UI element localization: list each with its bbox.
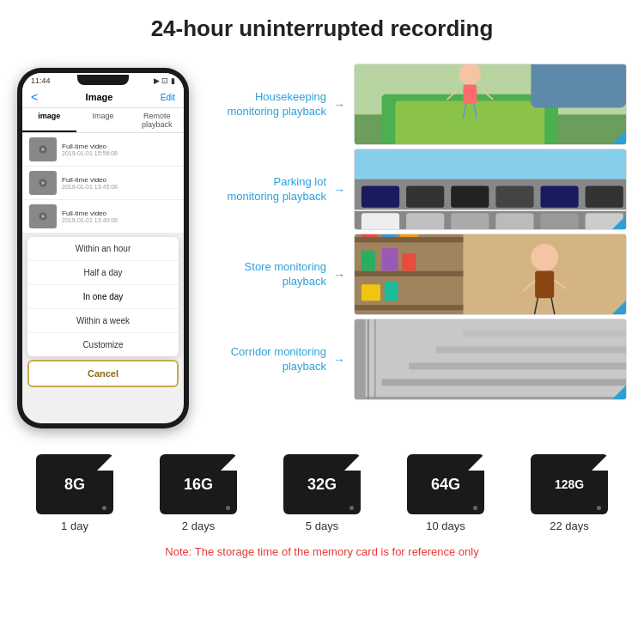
phone-time: 11:44 xyxy=(31,76,51,85)
list-item[interactable]: Full-time video 2019-01-01 15:56:08 xyxy=(22,133,184,167)
video-date-3: 2019-01-01 13:40:08 xyxy=(62,217,118,223)
svg-rect-44 xyxy=(385,282,398,301)
svg-rect-56 xyxy=(436,346,626,353)
svg-rect-21 xyxy=(451,186,489,208)
svg-rect-23 xyxy=(540,186,578,208)
storage-cards-container: 8G 1 day 16G 2 days 32G 5 days 64G xyxy=(13,454,631,532)
sd-card-label-8g: 8G xyxy=(64,476,85,494)
svg-rect-58 xyxy=(490,319,626,322)
svg-rect-42 xyxy=(402,253,416,271)
monitoring-image-store xyxy=(354,234,627,315)
svg-rect-39 xyxy=(399,234,418,237)
monitoring-section: Housekeepingmonitoring playback → xyxy=(206,59,627,400)
sd-card-16g: 16G xyxy=(160,454,237,514)
photo-corridor xyxy=(355,319,626,399)
page-title: 24-hour uninterrupted recording xyxy=(17,15,627,42)
svg-rect-19 xyxy=(361,186,399,208)
sd-card-label-64g: 64G xyxy=(431,476,460,494)
svg-rect-55 xyxy=(409,362,626,369)
phone-mockup: 11:44 ▶ ⊡ ▮ < Image Edit image Image Rem… xyxy=(17,68,189,428)
monitoring-item-parking: Parking lotmonitoring playback → xyxy=(206,149,627,230)
list-item[interactable]: Full-time video 2019-01-01 13:45:08 xyxy=(22,167,184,200)
svg-rect-25 xyxy=(361,213,399,229)
main-content: 11:44 ▶ ⊡ ▮ < Image Edit image Image Rem… xyxy=(0,51,644,437)
svg-rect-20 xyxy=(406,186,444,208)
svg-rect-12 xyxy=(463,85,477,104)
phone-icons: ▶ ⊡ ▮ xyxy=(154,76,175,85)
corner-indicator-parking xyxy=(612,216,626,229)
dropdown-item-half-day[interactable]: Half a day xyxy=(27,261,179,285)
list-item[interactable]: Full-time video 2019-01-01 13:40:08 xyxy=(22,200,184,234)
tab-remote-playback[interactable]: Remote playback xyxy=(130,108,184,132)
dropdown-item-customize[interactable]: Customize xyxy=(27,333,179,356)
phone-notch xyxy=(77,75,129,85)
corner-indicator-housekeeping xyxy=(612,131,626,144)
video-thumb-2 xyxy=(29,171,57,195)
arrow-icon-store: → xyxy=(333,268,347,282)
video-item-text-1: Full-time video 2019-01-01 15:56:08 xyxy=(62,143,118,156)
storage-card-32g: 32G 5 days xyxy=(283,454,361,532)
svg-rect-57 xyxy=(463,331,626,337)
monitoring-item-store: Store monitoringplayback → xyxy=(206,234,627,315)
cancel-button[interactable]: Cancel xyxy=(27,360,179,387)
monitoring-label-housekeeping: Housekeepingmonitoring playback xyxy=(206,90,326,119)
corner-indicator-store xyxy=(612,301,626,314)
svg-rect-43 xyxy=(361,284,380,301)
video-label-2: Full-time video xyxy=(62,176,118,184)
svg-rect-22 xyxy=(495,186,533,208)
storage-days-32g: 5 days xyxy=(306,519,338,532)
monitoring-label-store: Store monitoringplayback xyxy=(206,260,326,289)
nav-edit-button[interactable]: Edit xyxy=(161,93,175,102)
svg-rect-54 xyxy=(382,379,626,386)
svg-point-45 xyxy=(531,244,558,271)
storage-days-64g: 10 days xyxy=(426,519,465,532)
phone-list: Full-time video 2019-01-01 15:56:08 Full… xyxy=(22,133,184,234)
dropdown-item-within-week[interactable]: Within a week xyxy=(27,309,179,333)
sd-card-dot-8g xyxy=(102,506,106,510)
storage-days-128g: 22 days xyxy=(550,519,589,532)
sd-card-8g: 8G xyxy=(36,454,113,514)
video-label-1: Full-time video xyxy=(62,143,118,150)
phone-container: 11:44 ▶ ⊡ ▮ < Image Edit image Image Rem… xyxy=(9,68,197,428)
sd-card-dot-64g xyxy=(473,506,477,510)
video-item-text-2: Full-time video 2019-01-01 13:45:08 xyxy=(62,176,118,190)
arrow-icon-housekeeping: → xyxy=(333,98,347,112)
photo-store xyxy=(355,234,626,314)
video-item-text-3: Full-time video 2019-01-01 13:40:08 xyxy=(62,210,118,223)
svg-rect-61 xyxy=(355,319,366,399)
svg-rect-28 xyxy=(495,213,533,229)
svg-rect-29 xyxy=(540,213,578,229)
photo-parking xyxy=(355,149,626,229)
storage-section: 8G 1 day 16G 2 days 32G 5 days 64G xyxy=(0,437,644,571)
sd-card-64g: 64G xyxy=(407,454,484,514)
dropdown-item-within-hour[interactable]: Within an hour xyxy=(27,237,179,261)
monitoring-label-corridor: Corridor monitoringplayback xyxy=(206,345,326,374)
phone-tabs: image Image Remote playback xyxy=(22,108,184,133)
monitoring-item-corridor: Corridor monitoringplayback → xyxy=(206,319,627,400)
page-header: 24-hour uninterrupted recording xyxy=(0,0,644,51)
svg-rect-34 xyxy=(355,237,463,242)
storage-note: Note: The storage time of the memory car… xyxy=(13,541,631,562)
arrow-icon-parking: → xyxy=(333,183,347,197)
svg-rect-46 xyxy=(535,271,554,299)
svg-rect-41 xyxy=(382,248,398,271)
tab-image2[interactable]: Image xyxy=(76,108,131,132)
svg-rect-10 xyxy=(531,64,626,107)
nav-title: Image xyxy=(86,92,113,102)
video-thumb-1 xyxy=(29,137,57,161)
arrow-icon-corridor: → xyxy=(333,353,347,367)
sd-card-32g: 32G xyxy=(283,454,361,514)
monitoring-label-parking: Parking lotmonitoring playback xyxy=(206,175,326,204)
phone-dropdown: Within an hour Half a day In one day Wit… xyxy=(27,237,179,356)
sd-card-128g: 128G xyxy=(531,454,608,514)
nav-back-button[interactable]: < xyxy=(31,90,38,104)
sd-card-dot-128g xyxy=(597,506,601,510)
storage-days-16g: 2 days xyxy=(182,519,215,532)
svg-rect-9 xyxy=(395,101,544,144)
dropdown-item-one-day[interactable]: In one day xyxy=(27,285,179,309)
svg-rect-27 xyxy=(451,213,489,229)
monitoring-image-housekeeping xyxy=(354,64,627,145)
tab-image[interactable]: image xyxy=(22,108,76,132)
svg-rect-37 xyxy=(361,234,378,237)
sd-card-label-32g: 32G xyxy=(307,476,337,494)
